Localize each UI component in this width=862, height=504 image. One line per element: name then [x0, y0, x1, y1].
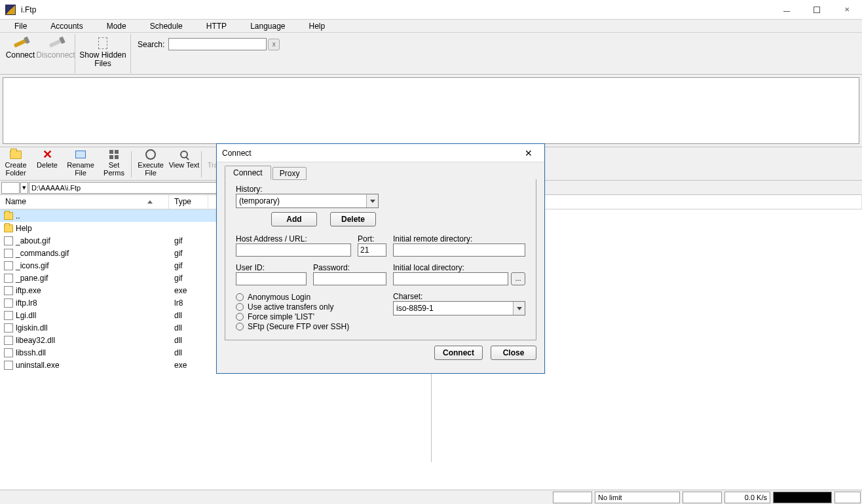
host-input[interactable]: [236, 243, 351, 257]
history-select[interactable]: (temporary): [236, 194, 379, 208]
minimize-button[interactable]: [772, 0, 802, 20]
status-cell: [834, 492, 861, 503]
status-progress: [773, 492, 832, 503]
window-close-button[interactable]: ✕: [832, 0, 862, 20]
charset-select[interactable]: iso-8859-1: [393, 301, 525, 315]
menu-http[interactable]: HTTP: [195, 20, 238, 32]
file-name: Lgi.dll: [16, 311, 36, 320]
user-label: User ID:: [236, 263, 307, 272]
dialog-close-button[interactable]: ✕: [518, 145, 539, 161]
path-root[interactable]: [1, 182, 20, 194]
history-label: History:: [236, 185, 525, 194]
file-name: iftp.lr8: [16, 298, 37, 308]
execute-button[interactable]: Execute File: [133, 149, 168, 180]
dialog-connect-button[interactable]: Connect: [434, 346, 483, 360]
connect-button[interactable]: Connect: [3, 34, 38, 71]
disconnect-button: Disconnect: [38, 34, 73, 71]
delete-button[interactable]: ✕Delete: [31, 149, 63, 180]
active-checkbox[interactable]: Use active transfers only: [236, 302, 386, 312]
dropdown-icon: [513, 302, 525, 315]
col-name[interactable]: Name: [0, 195, 169, 209]
file-name: ..: [16, 211, 20, 221]
file-icon: [4, 261, 13, 270]
file-type: gif: [169, 249, 208, 258]
file-name: libssh.dll: [16, 348, 46, 357]
search-label: Search:: [138, 40, 164, 49]
main-toolbar: Connect Disconnect Show Hidden Files Sea…: [0, 33, 862, 75]
remote-dir-input[interactable]: [393, 243, 525, 257]
file-name: Help: [16, 224, 32, 233]
local-dir-input[interactable]: [393, 272, 508, 285]
file-type: dll: [169, 323, 208, 333]
status-bar: No limit 0.0 K/s: [0, 490, 862, 504]
status-rate: 0.0 K/s: [724, 492, 770, 503]
file-name: _icons.gif: [16, 261, 49, 270]
folder-icon: [4, 212, 13, 220]
sort-asc-icon: [147, 200, 153, 204]
create-folder-button[interactable]: Create Folder: [0, 149, 31, 180]
set-perms-button[interactable]: Set Perms: [98, 149, 130, 180]
file-type: gif: [169, 236, 208, 245]
connect-icon: [12, 37, 28, 50]
menubar: File Accounts Mode Schedule HTTP Languag…: [0, 20, 862, 33]
dialog-actions: Connect Close: [217, 340, 544, 365]
status-cell: [553, 492, 592, 503]
dialog-body: History: (temporary) Add Delete Host Add…: [225, 179, 536, 340]
file-name: _commands.gif: [16, 249, 69, 258]
history-delete-button[interactable]: Delete: [330, 212, 376, 226]
file-type: exe: [169, 286, 208, 295]
password-label: Password:: [313, 263, 386, 272]
view-text-button[interactable]: View Text: [168, 149, 200, 180]
dialog-close-button-2[interactable]: Close: [491, 346, 536, 360]
col-type[interactable]: Type: [169, 195, 208, 209]
host-label: Host Address / URL:: [236, 234, 351, 243]
search-box: Search: x: [138, 38, 280, 50]
dialog-titlebar[interactable]: Connect ✕: [217, 144, 544, 162]
menu-language[interactable]: Language: [238, 20, 297, 32]
file-icon: [4, 323, 13, 333]
dropdown-icon: [366, 194, 378, 207]
menu-mode[interactable]: Mode: [95, 20, 138, 32]
remote-dir-label: Initial remote directory:: [393, 234, 525, 243]
search-clear-button[interactable]: x: [268, 39, 280, 50]
separator: [201, 151, 202, 177]
folder-icon: [4, 225, 13, 232]
local-dir-label: Initial local directory:: [393, 263, 525, 272]
connect-dialog: Connect ✕ Connect Proxy History: (tempor…: [216, 143, 545, 374]
maximize-button[interactable]: [802, 0, 832, 20]
disconnect-icon: [48, 37, 64, 50]
menu-file[interactable]: File: [3, 20, 39, 32]
file-type: exe: [169, 361, 208, 370]
file-name: _pane.gif: [16, 274, 48, 283]
delete-icon: ✕: [41, 149, 53, 160]
force-list-checkbox[interactable]: Force simple 'LIST': [236, 312, 386, 321]
file-icon: [4, 336, 13, 345]
menu-schedule[interactable]: Schedule: [138, 20, 195, 32]
file-name: iftp.exe: [16, 286, 41, 295]
history-add-button[interactable]: Add: [271, 212, 317, 226]
password-input[interactable]: [313, 272, 386, 285]
menu-help[interactable]: Help: [297, 20, 337, 32]
file-type: lr8: [169, 298, 208, 308]
file-icon: [4, 249, 13, 258]
file-icon: [4, 361, 13, 370]
log-textarea[interactable]: [3, 77, 859, 144]
tab-connect[interactable]: Connect: [225, 166, 271, 180]
user-input[interactable]: [236, 272, 307, 285]
search-input[interactable]: [168, 38, 267, 50]
rename-icon: [75, 149, 86, 160]
anon-checkbox[interactable]: Anonymous Login: [236, 293, 386, 302]
file-icon: [4, 236, 13, 245]
path-dropdown[interactable]: ▾: [20, 182, 28, 194]
file-type: gif: [169, 261, 208, 270]
tab-proxy[interactable]: Proxy: [272, 167, 307, 180]
rename-button[interactable]: Rename File: [63, 149, 98, 180]
perms-icon: [108, 149, 120, 160]
file-icon: [4, 348, 13, 357]
menu-accounts[interactable]: Accounts: [39, 20, 94, 32]
file-type: gif: [169, 274, 208, 283]
show-hidden-button[interactable]: Show Hidden Files: [77, 34, 129, 71]
sftp-checkbox[interactable]: SFtp (Secure FTP over SSH): [236, 322, 386, 331]
browse-button[interactable]: ...: [511, 272, 525, 285]
port-input[interactable]: [358, 243, 386, 257]
